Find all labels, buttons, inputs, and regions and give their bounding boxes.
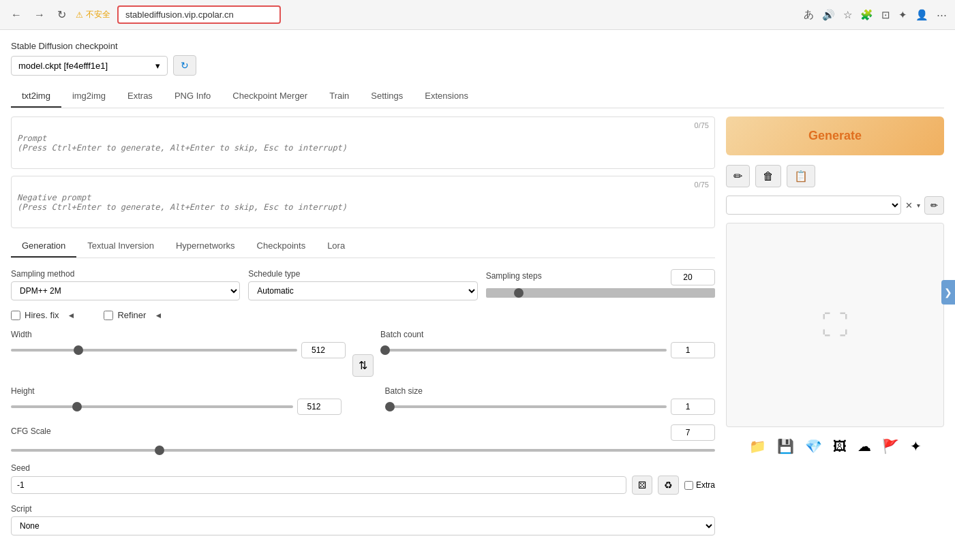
batch-count-slider[interactable] <box>380 349 667 352</box>
checkpoint-value: model.ckpt [fe4efff1e1] <box>18 61 108 71</box>
tab-png-info[interactable]: PNG Info <box>164 85 222 108</box>
open-folder-button[interactable]: 📁 <box>746 435 769 457</box>
collections-icon[interactable]: ✦ <box>898 9 907 21</box>
main-content: Stable Diffusion checkpoint model.ckpt [… <box>0 30 955 560</box>
tab-extensions[interactable]: Extensions <box>414 85 479 108</box>
two-col-layout: 0/75 0/75 Generation Textual Inversion H… <box>11 116 944 535</box>
hires-fix-checkbox[interactable] <box>11 311 20 320</box>
script-select[interactable]: None <box>11 516 715 535</box>
schedule-type-group: Schedule type Automatic <box>248 269 477 300</box>
extra-checkbox-label[interactable]: Extra <box>684 480 715 490</box>
sampling-method-group: Sampling method DPM++ 2M <box>11 269 240 300</box>
action-icons: ✏ 🗑 📋 <box>726 165 944 187</box>
gem-button[interactable]: 💎 <box>802 435 825 457</box>
sampling-method-select[interactable]: DPM++ 2M <box>11 281 240 300</box>
style-edit-button[interactable]: ✏ <box>924 196 944 215</box>
image-button[interactable]: 🖼 <box>830 435 849 457</box>
batch-size-input[interactable] <box>671 399 715 415</box>
refiner-checkbox-label[interactable]: Refiner <box>104 310 146 320</box>
negative-prompt-textarea[interactable] <box>12 176 714 225</box>
batch-count-input[interactable] <box>671 342 715 358</box>
checkpoint-label: Stable Diffusion checkpoint <box>11 41 944 51</box>
tab-train[interactable]: Train <box>318 85 360 108</box>
left-col: 0/75 0/75 Generation Textual Inversion H… <box>11 116 715 535</box>
tab-checkpoint-merger[interactable]: Checkpoint Merger <box>222 85 318 108</box>
tab-extras[interactable]: Extras <box>117 85 164 108</box>
style-close-icon[interactable]: ✕ <box>905 200 913 211</box>
refresh-button[interactable]: ↻ <box>173 55 196 76</box>
extra-checkbox[interactable] <box>684 481 693 490</box>
favorites-icon[interactable]: ☆ <box>843 9 852 21</box>
refiner-collapse-arrow[interactable]: ◄ <box>154 311 162 320</box>
flag-button[interactable]: 🚩 <box>879 435 902 457</box>
width-label: Width <box>11 330 346 339</box>
more-icon[interactable]: ⋯ <box>937 9 947 21</box>
seed-dice-button[interactable]: ⚄ <box>632 476 652 495</box>
warning-icon: ⚠ <box>76 10 83 20</box>
tab-txt2img[interactable]: txt2img <box>11 85 61 108</box>
swap-section: ⇅ <box>352 330 374 377</box>
schedule-type-select[interactable]: Automatic <box>248 281 477 300</box>
right-col: Generate ✏ 🗑 📋 ✕ ▾ ✏ ⛶ � <box>726 116 944 535</box>
seed-recycle-button[interactable]: ♻ <box>658 476 679 495</box>
tab-checkpoints[interactable]: Checkpoints <box>246 235 317 258</box>
split-view-icon[interactable]: ⊡ <box>881 9 890 21</box>
profile-icon[interactable]: 👤 <box>915 9 928 21</box>
style-select[interactable] <box>726 196 901 215</box>
extensions-icon[interactable]: 🧩 <box>860 9 873 21</box>
seed-group: Seed ⚄ ♻ Extra <box>11 463 715 495</box>
tab-img2img[interactable]: img2img <box>61 85 117 108</box>
trash-button[interactable]: 🗑 <box>755 165 781 187</box>
prompt-textarea[interactable] <box>12 117 714 166</box>
prompt-counter: 0/75 <box>695 121 709 129</box>
extra-label: Extra <box>696 480 715 490</box>
address-bar[interactable] <box>117 5 281 24</box>
height-slider[interactable] <box>11 405 293 408</box>
clipboard-button[interactable]: 📋 <box>787 165 815 187</box>
reload-button[interactable]: ↻ <box>55 5 69 24</box>
style-dropdown-arrow[interactable]: ▾ <box>917 202 920 209</box>
back-button[interactable]: ← <box>8 6 25 24</box>
batch-count-group: Batch count <box>380 330 715 358</box>
controls-grid: Sampling method DPM++ 2M Schedule type A… <box>11 269 715 535</box>
cloud-button[interactable]: ☁ <box>855 435 874 457</box>
read-aloud-icon[interactable]: 🔊 <box>822 9 835 21</box>
sidebar-toggle-button[interactable]: ❯ <box>941 280 955 305</box>
sampling-steps-input[interactable] <box>671 269 715 285</box>
script-label: Script <box>11 504 715 514</box>
width-slider[interactable] <box>11 349 297 352</box>
sampling-steps-label: Sampling steps <box>486 271 542 281</box>
prompt-box: 0/75 <box>11 116 715 169</box>
sampling-steps-slider[interactable] <box>486 288 715 298</box>
seed-input[interactable] <box>11 476 626 494</box>
star-button[interactable]: ✦ <box>907 435 924 457</box>
height-input[interactable] <box>297 399 342 415</box>
hires-collapse-arrow[interactable]: ◄ <box>67 311 76 320</box>
tab-generation[interactable]: Generation <box>11 235 76 258</box>
tab-textual-inversion[interactable]: Textual Inversion <box>76 235 165 258</box>
tab-hypernetworks[interactable]: Hypernetworks <box>165 235 246 258</box>
width-input[interactable] <box>301 342 346 358</box>
hires-fix-checkbox-label[interactable]: Hires. fix <box>11 310 59 320</box>
browser-icons: あ 🔊 ☆ 🧩 ⊡ ✦ 👤 ⋯ <box>804 8 947 21</box>
pencil-button[interactable]: ✏ <box>726 165 750 187</box>
tab-lora[interactable]: Lora <box>316 235 356 258</box>
generate-button[interactable]: Generate <box>726 116 944 155</box>
cfg-scale-label: CFG Scale <box>11 426 51 436</box>
checkpoint-section: Stable Diffusion checkpoint model.ckpt [… <box>11 41 944 76</box>
translate-icon[interactable]: あ <box>804 8 814 21</box>
batch-size-group: Batch size <box>385 386 716 415</box>
save-button[interactable]: 💾 <box>774 435 797 457</box>
negative-prompt-counter: 0/75 <box>695 181 709 189</box>
seed-row: ⚄ ♻ Extra <box>11 476 715 495</box>
cfg-scale-input[interactable] <box>671 424 715 441</box>
batch-size-slider[interactable] <box>385 405 667 408</box>
dropdown-arrow-icon: ▾ <box>155 61 160 71</box>
forward-button[interactable]: → <box>31 6 48 24</box>
sampling-row: Sampling method DPM++ 2M Schedule type A… <box>11 269 715 300</box>
tab-settings[interactable]: Settings <box>360 85 414 108</box>
refiner-checkbox[interactable] <box>104 311 113 320</box>
swap-dimensions-button[interactable]: ⇅ <box>352 354 374 377</box>
checkpoint-dropdown[interactable]: model.ckpt [fe4efff1e1] ▾ <box>11 56 168 76</box>
cfg-scale-slider[interactable] <box>11 449 715 452</box>
